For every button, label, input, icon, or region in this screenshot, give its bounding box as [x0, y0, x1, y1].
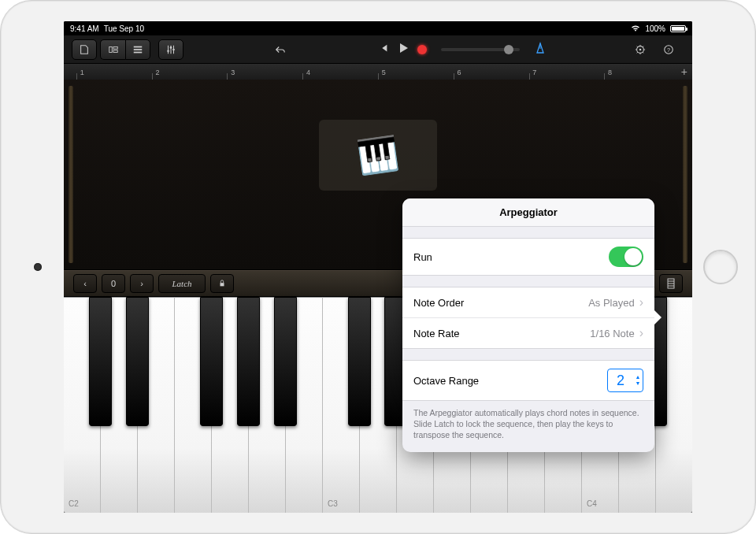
octave-range-label: Octave Range [413, 375, 479, 387]
white-key[interactable] [138, 297, 175, 513]
white-key[interactable] [360, 297, 397, 513]
metronome-button[interactable] [534, 42, 547, 57]
chevron-right-icon: › [639, 295, 643, 310]
note-label: C3 [328, 499, 338, 508]
white-key[interactable]: C3 [323, 297, 360, 513]
ruler[interactable]: + 12345678 [64, 64, 692, 80]
ruler-tick [76, 73, 77, 80]
play-button[interactable] [397, 42, 410, 57]
ruler-tick [152, 73, 153, 80]
keyboard-layout-button[interactable] [659, 274, 683, 293]
toolbar: ? [64, 35, 692, 64]
settings-button[interactable] [628, 39, 653, 60]
octave-display: 0 [102, 274, 125, 293]
stepper-down-icon[interactable]: ▼ [636, 381, 641, 386]
ruler-label: 4 [306, 69, 310, 76]
battery-icon [670, 25, 686, 32]
add-section-button[interactable]: + [681, 65, 687, 78]
white-key[interactable]: C2 [64, 297, 101, 513]
note-order-value: As Played [588, 297, 635, 309]
arpeggiator-popover: Arpeggiator Run Note Order As Played › N… [402, 198, 654, 452]
white-key[interactable] [249, 297, 286, 513]
help-button[interactable]: ? [656, 39, 681, 60]
svg-point-6 [167, 50, 169, 52]
ruler-label: 1 [80, 69, 84, 76]
chevron-right-icon: › [639, 326, 643, 340]
playhead-slider[interactable] [441, 48, 520, 51]
tracks-view-button[interactable] [125, 39, 150, 60]
ruler-label: 5 [382, 69, 386, 76]
ruler-tick [227, 73, 228, 80]
white-key[interactable] [286, 297, 323, 513]
stepper-up-icon[interactable]: ▲ [636, 375, 641, 380]
go-to-start-button[interactable] [378, 43, 389, 57]
ruler-tick [604, 73, 605, 80]
svg-rect-13 [220, 283, 224, 286]
grand-piano-icon: 🎹 [355, 134, 401, 178]
battery-percent: 100% [645, 24, 665, 33]
ruler-label: 6 [458, 69, 461, 76]
record-button[interactable] [417, 45, 427, 54]
ruler-tick [454, 73, 454, 80]
note-rate-label: Note Rate [413, 328, 460, 339]
home-button[interactable] [703, 250, 738, 284]
ipad-frame: 9:41 AM Tue Sep 10 100% [0, 0, 756, 534]
octave-range-value: 2 [608, 373, 633, 389]
svg-rect-3 [134, 46, 143, 47]
note-label: C2 [69, 499, 79, 508]
svg-point-8 [172, 48, 175, 50]
scroll-lock-button[interactable] [210, 274, 234, 293]
white-key[interactable] [212, 297, 249, 513]
octave-range-row: Octave Range 2 ▲ ▼ [402, 361, 654, 400]
status-bar: 9:41 AM Tue Sep 10 100% [64, 21, 692, 35]
ruler-label: 2 [156, 69, 160, 76]
octave-up-button[interactable]: › [130, 274, 154, 293]
octave-down-button[interactable]: ‹ [73, 274, 97, 293]
ruler-tick [529, 73, 530, 80]
note-rate-value: 1/16 Note [590, 328, 634, 339]
latch-button[interactable]: Latch [158, 274, 206, 293]
octave-range-stepper[interactable]: 2 ▲ ▼ [607, 369, 643, 392]
white-key[interactable] [656, 297, 692, 513]
svg-point-7 [170, 46, 172, 49]
svg-rect-5 [134, 51, 143, 53]
camera-icon [34, 263, 42, 271]
note-order-row[interactable]: Note Order As Played › [402, 287, 654, 318]
run-row[interactable]: Run [402, 239, 654, 275]
track-controls-button[interactable] [158, 39, 183, 60]
note-rate-row[interactable]: Note Rate 1/16 Note › [402, 318, 654, 348]
popover-title: Arpeggiator [402, 198, 654, 227]
ruler-label: 8 [608, 69, 612, 76]
ruler-tick [378, 73, 379, 80]
white-key[interactable] [101, 297, 138, 513]
ruler-tick [302, 73, 303, 80]
svg-rect-1 [113, 46, 117, 49]
note-order-label: Note Order [413, 297, 464, 309]
instrument-selector[interactable]: 🎹 [319, 120, 437, 191]
popover-footer: The Arpeggiator automatically plays chor… [402, 401, 654, 452]
status-time: 9:41 AM [70, 24, 99, 33]
svg-rect-4 [134, 49, 143, 50]
screen: 9:41 AM Tue Sep 10 100% [64, 21, 692, 513]
note-label: C4 [587, 499, 597, 508]
wifi-icon [631, 24, 640, 33]
svg-rect-0 [109, 46, 112, 52]
ruler-label: 3 [231, 69, 235, 76]
my-songs-button[interactable] [72, 39, 97, 60]
status-date: Tue Sep 10 [104, 24, 144, 33]
svg-text:?: ? [667, 46, 670, 52]
svg-point-10 [639, 48, 642, 50]
svg-rect-2 [113, 50, 117, 52]
browser-button[interactable] [100, 39, 125, 60]
run-switch[interactable] [609, 247, 643, 267]
ruler-label: 7 [532, 69, 536, 76]
white-key[interactable] [175, 297, 212, 513]
undo-button[interactable] [268, 39, 293, 60]
run-label: Run [413, 251, 432, 263]
